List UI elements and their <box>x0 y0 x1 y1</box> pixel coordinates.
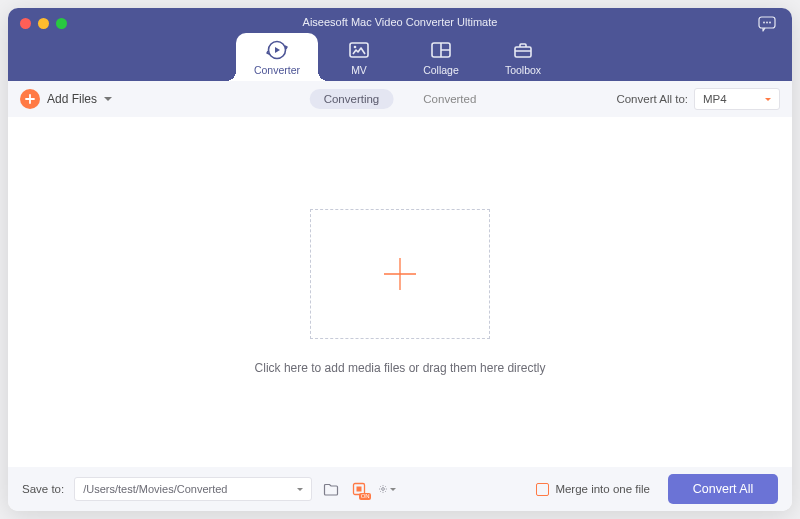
chevron-down-icon <box>390 488 396 491</box>
format-select[interactable]: MP4 <box>694 88 780 110</box>
window-title: Aiseesoft Mac Video Converter Ultimate <box>8 16 792 28</box>
svg-point-3 <box>769 22 771 24</box>
tab-label: Collage <box>423 64 459 76</box>
tab-label: MV <box>351 64 367 76</box>
merge-checkbox[interactable]: Merge into one file <box>536 483 650 496</box>
tab-converter[interactable]: Converter <box>236 33 318 81</box>
segment-converting[interactable]: Converting <box>310 89 394 109</box>
settings-button[interactable] <box>378 480 396 498</box>
dropzone[interactable] <box>310 209 490 339</box>
dropzone-hint: Click here to add media files or drag th… <box>255 361 546 375</box>
app-window: Aiseesoft Mac Video Converter Ultimate C… <box>8 8 792 511</box>
convert-all-to-label: Convert All to: <box>616 93 688 105</box>
svg-point-2 <box>766 22 768 24</box>
chevron-down-icon <box>297 488 303 491</box>
folder-icon <box>323 482 339 496</box>
svg-point-6 <box>354 46 357 49</box>
tab-label: Toolbox <box>505 64 541 76</box>
segment-converted[interactable]: Converted <box>409 89 490 109</box>
chevron-down-icon <box>104 97 112 101</box>
main-tabs: Converter MV Collage Toolbox <box>8 33 792 81</box>
save-path-select[interactable]: /Users/test/Movies/Converted <box>74 477 312 501</box>
tab-toolbox[interactable]: Toolbox <box>482 33 564 81</box>
svg-rect-13 <box>357 487 362 492</box>
open-folder-button[interactable] <box>322 480 340 498</box>
toolbar: Add Files Converting Converted Convert A… <box>8 81 792 117</box>
mv-icon <box>347 38 371 62</box>
merge-label: Merge into one file <box>555 483 650 495</box>
convert-all-button-label: Convert All <box>693 482 753 496</box>
svg-rect-10 <box>515 47 531 57</box>
svg-point-1 <box>763 22 765 24</box>
gear-icon <box>378 481 388 497</box>
gpu-badge: ON <box>359 493 371 500</box>
save-to-label: Save to: <box>22 483 64 495</box>
svg-point-14 <box>382 488 385 491</box>
plus-icon <box>378 252 422 296</box>
tab-label: Converter <box>254 64 300 76</box>
status-segment: Converting Converted <box>310 89 491 109</box>
main-area: Click here to add media files or drag th… <box>8 117 792 467</box>
footer: Save to: /Users/test/Movies/Converted ON… <box>8 467 792 511</box>
checkbox-icon <box>536 483 549 496</box>
plus-icon <box>20 89 40 109</box>
collage-icon <box>429 38 453 62</box>
tab-mv[interactable]: MV <box>318 33 400 81</box>
gpu-accel-button[interactable]: ON <box>350 480 368 498</box>
toolbox-icon <box>511 38 535 62</box>
format-selected-value: MP4 <box>703 93 727 105</box>
convert-all-button[interactable]: Convert All <box>668 474 778 504</box>
chevron-down-icon <box>765 98 771 101</box>
add-files-label: Add Files <box>47 92 97 106</box>
convert-all-to: Convert All to: MP4 <box>616 88 780 110</box>
converter-icon <box>265 38 289 62</box>
titlebar: Aiseesoft Mac Video Converter Ultimate C… <box>8 8 792 81</box>
tab-collage[interactable]: Collage <box>400 33 482 81</box>
add-files-button[interactable]: Add Files <box>20 89 112 109</box>
save-path-value: /Users/test/Movies/Converted <box>83 483 227 495</box>
